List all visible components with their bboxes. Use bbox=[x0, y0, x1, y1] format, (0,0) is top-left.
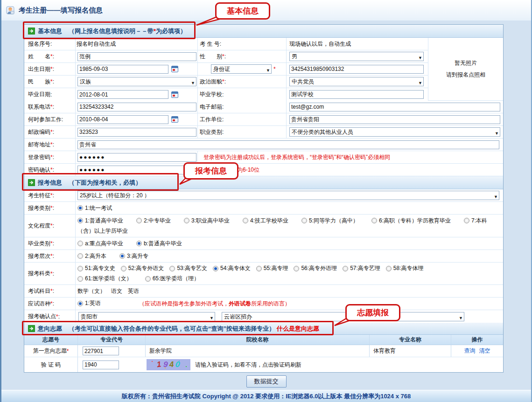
radio-option[interactable]: 61:医学委培（文） bbox=[77, 275, 132, 283]
radio-option[interactable]: 58:高专体理 bbox=[386, 264, 424, 272]
captcha-image[interactable]: 1 9 4 0 bbox=[147, 359, 190, 370]
feature-select[interactable]: 25岁以上（特征加分：20 ）▼ bbox=[77, 191, 499, 200]
form-row: 文化程度*: 1:普通高中毕业2:中专毕业3:职业高中毕业4:技工学校毕业5:同… bbox=[24, 215, 503, 237]
radio-option-label: 1:统一考试 bbox=[85, 204, 112, 212]
section-title: 意向志愿 bbox=[38, 325, 62, 333]
radio-option[interactable]: 1:英语 bbox=[77, 299, 101, 307]
query-link[interactable]: 查询 bbox=[464, 347, 476, 355]
radio-option[interactable]: 4:技工学校毕业 bbox=[243, 217, 288, 225]
field-label: 登录密码*: bbox=[24, 151, 76, 163]
education-cell: 1:普通高中毕业2:中专毕业3:职业高中毕业4:技工学校毕业5:同等学力（高中）… bbox=[76, 215, 503, 236]
calendar-icon[interactable] bbox=[171, 116, 178, 123]
radio-icon bbox=[464, 218, 469, 223]
radio-option[interactable]: 53:高专艺文 bbox=[169, 264, 207, 272]
radio-icon bbox=[386, 266, 392, 271]
field-label: 考试科目*: bbox=[24, 285, 76, 297]
grad-school-input[interactable] bbox=[289, 90, 424, 99]
radio-option[interactable]: 2:中专毕业 bbox=[136, 217, 171, 225]
callout-basic-info: 基本信息 bbox=[215, 2, 270, 20]
radio-option[interactable]: 7:本科 bbox=[464, 217, 487, 225]
postcode-input[interactable] bbox=[77, 128, 196, 137]
password-confirm-input[interactable] bbox=[77, 166, 196, 174]
green-arrow-icon bbox=[28, 28, 35, 35]
field-label: 毕业类别*: bbox=[24, 237, 76, 250]
form-row: 报考科类*: 51:高专文史52:高专外语文53:高专艺文54:高专体文55:高… bbox=[24, 263, 503, 285]
confirm-office-select[interactable]: 云岩区招办▼ bbox=[222, 312, 464, 321]
calendar-icon[interactable] bbox=[171, 66, 178, 72]
field-label: 文化程度*: bbox=[24, 215, 76, 237]
field-label: 民 族*: bbox=[24, 76, 76, 88]
password-input[interactable] bbox=[77, 153, 196, 162]
radio-option[interactable]: 55:高专理 bbox=[256, 264, 288, 272]
radio-option[interactable]: a:重点高中毕业 bbox=[77, 240, 123, 248]
field-label: 出生日期*: bbox=[24, 63, 76, 75]
id-number-input[interactable] bbox=[289, 65, 424, 74]
radio-option-label: 57:高专艺理 bbox=[350, 264, 380, 272]
what-is-wish-link[interactable]: 什么是意向志愿 bbox=[277, 325, 319, 333]
radio-option[interactable]: 5:同等学力（高中） bbox=[301, 217, 358, 225]
radio-option-label: 1:英语 bbox=[85, 299, 101, 307]
radio-option[interactable]: 54:高专体文 bbox=[213, 264, 251, 272]
radio-icon bbox=[256, 266, 262, 271]
radio-icon bbox=[136, 218, 142, 223]
name-input[interactable] bbox=[77, 52, 196, 61]
address-input[interactable] bbox=[77, 140, 499, 149]
nation-select[interactable]: 汉族▼ bbox=[77, 77, 196, 86]
form-row: 报考类别*: 1:统一考试 bbox=[24, 202, 503, 215]
radio-option[interactable]: 56:高专外语理 bbox=[294, 264, 337, 272]
college-name: 新余学院 bbox=[146, 345, 370, 357]
form-row: 报考层次*: 2:高升本3:高升专 bbox=[24, 250, 503, 263]
radio-option-label: b:普通高中毕业 bbox=[144, 240, 182, 248]
radio-icon bbox=[371, 218, 377, 223]
radio-option-label: 2:高升本 bbox=[85, 252, 106, 260]
radio-option[interactable]: 1:普通高中毕业 bbox=[77, 217, 123, 225]
radio-option[interactable]: 65:医学委培（理） bbox=[145, 275, 200, 283]
dropdown-arrow-icon: ▼ bbox=[191, 79, 195, 87]
clear-link[interactable]: 清空 bbox=[479, 347, 490, 355]
radio-option[interactable]: 1:统一考试 bbox=[77, 204, 112, 212]
education-continuation: （含）以上学历毕业 bbox=[77, 226, 503, 236]
language-cell: 1:英语 （应试语种是指考生参加外语考试，外语试卷所采用的语言） bbox=[76, 299, 503, 308]
radio-icon bbox=[77, 266, 83, 271]
radio-icon bbox=[343, 266, 348, 271]
form-row: 登录密码*: 登录密码为注册成功以后，登录系统密码，“登录密码”和“确认密码”必… bbox=[24, 151, 503, 164]
major-code-input[interactable] bbox=[83, 347, 119, 355]
field-label: 报考确认点*: bbox=[24, 310, 76, 323]
form-row: 联系电话*: 电子邮箱: bbox=[24, 101, 503, 113]
radio-option-label: 4:技工学校毕业 bbox=[250, 217, 288, 225]
id-type-select[interactable]: 身份证▼ bbox=[211, 64, 272, 74]
col-header: 院校名称 bbox=[146, 335, 370, 345]
political-select[interactable]: 中共党员▼ bbox=[289, 77, 424, 86]
section-header-wish: 意向志愿 （考生可以直接输入符合条件的专业代码，也可点击“查询”按钮来选择专业）… bbox=[24, 323, 503, 335]
field-label: 考 生 号: bbox=[198, 38, 287, 50]
radio-option[interactable]: 52:高专外语文 bbox=[121, 264, 164, 272]
radio-option[interactable]: 3:高升专 bbox=[119, 252, 148, 260]
job-type-select[interactable]: 不便分类的其他从业人员▼ bbox=[289, 127, 500, 137]
radio-option[interactable]: 2:高升本 bbox=[77, 252, 106, 260]
confirm-city-select[interactable]: 贵阳市▼ bbox=[78, 312, 215, 321]
work-date-input bbox=[77, 115, 168, 124]
phone-input[interactable] bbox=[77, 103, 196, 111]
radio-option[interactable]: b:普通高中毕业 bbox=[136, 240, 182, 248]
radio-icon bbox=[77, 301, 83, 306]
radio-option[interactable]: 6:高职（专科）学历教育毕业 bbox=[371, 217, 451, 225]
calendar-icon[interactable] bbox=[171, 91, 178, 98]
email-input[interactable] bbox=[289, 103, 500, 111]
form-row: 考生特征*: 25岁以上（特征加分：20 ）▼ bbox=[24, 189, 503, 202]
captcha-input[interactable] bbox=[83, 360, 119, 369]
work-unit-input[interactable] bbox=[289, 115, 500, 124]
radio-option-label: 61:医学委培（文） bbox=[85, 275, 132, 283]
gender-select[interactable]: 男▼ bbox=[289, 52, 424, 61]
radio-icon bbox=[213, 266, 218, 271]
radio-option[interactable]: 3:职业高中毕业 bbox=[184, 217, 230, 225]
field-label: 应试语种*: bbox=[24, 298, 76, 310]
submit-button[interactable]: 数据提交 bbox=[246, 375, 287, 388]
radio-option[interactable]: 51:高专文史 bbox=[77, 264, 115, 272]
form-row: 邮政编码*: 职业类别: 不便分类的其他从业人员▼ bbox=[24, 126, 503, 139]
section-header-exam: 报考信息 （下面为报考相关，必填） bbox=[24, 176, 503, 189]
wish-label: 第一意向志愿* bbox=[24, 345, 78, 357]
basic-top-block: 报名序号: 报名时自动生成 考 生 号: 现场确认以后，自动生成 姓 名*: 性… bbox=[24, 38, 503, 101]
radio-option[interactable]: 57:高专艺理 bbox=[343, 264, 380, 272]
radio-option-label: 1:普通高中毕业 bbox=[85, 217, 123, 225]
radio-icon bbox=[145, 276, 151, 282]
